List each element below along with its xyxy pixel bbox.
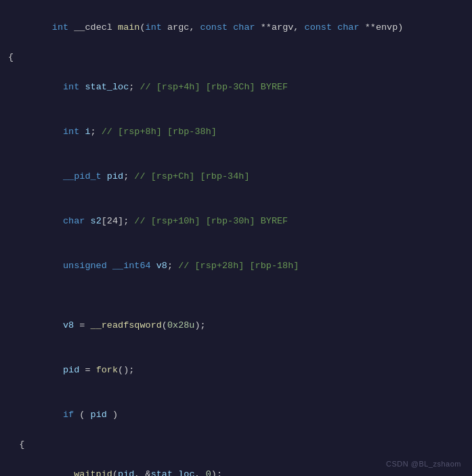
- code-block: int __cdecl main(int argc, const char **…: [0, 0, 472, 476]
- code-line-5: __pid_t pid; // [rsp+Ch] [rbp-34h]: [8, 154, 472, 199]
- code-line-12: {: [8, 437, 472, 452]
- code-line-8: [8, 288, 472, 303]
- code-line-10: pid = fork();: [8, 348, 472, 393]
- code-line-4: int i; // [rsp+8h] [rbp-38h]: [8, 110, 472, 154]
- code-line-9: v8 = __readfsqword(0x28u);: [8, 303, 472, 348]
- code-line-1: int __cdecl main(int argc, const char **…: [8, 5, 472, 50]
- watermark-text: CSDN @BL_zshaom: [386, 460, 461, 468]
- code-line-7: unsigned __int64 v8; // [rsp+28h] [rbp-1…: [8, 244, 472, 288]
- code-line-6: char s2[24]; // [rsp+10h] [rbp-30h] BYRE…: [8, 199, 472, 244]
- code-line-11: if ( pid ): [8, 393, 472, 437]
- code-line-2: {: [8, 50, 472, 65]
- code-container: int __cdecl main(int argc, const char **…: [0, 0, 472, 476]
- code-line-3: int stat_loc; // [rsp+4h] [rbp-3Ch] BYRE…: [8, 65, 472, 110]
